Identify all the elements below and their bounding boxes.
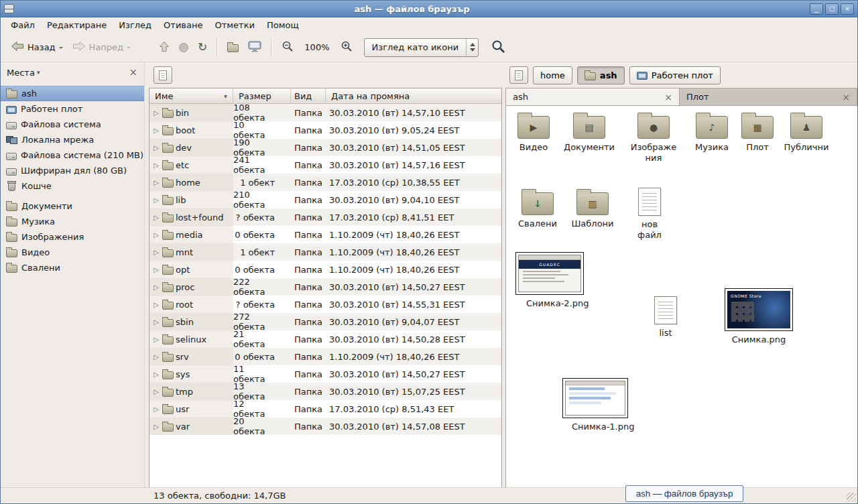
- table-row[interactable]: ▷tmp13 обектаПапка30.03.2010 (вт) 15,07,…: [149, 383, 501, 400]
- expander-icon[interactable]: ▷: [152, 127, 160, 134]
- close-button[interactable]: ×: [841, 3, 854, 15]
- column-header-name[interactable]: Име▾: [149, 88, 233, 103]
- expander-icon[interactable]: ▷: [152, 196, 160, 204]
- view-mode-spinner[interactable]: [466, 39, 478, 56]
- menu-item-view[interactable]: Изглед: [113, 19, 158, 32]
- sidebar-title[interactable]: Места: [7, 68, 35, 78]
- titlebar[interactable]: ash — файлов браузър _ □ ×: [1, 1, 857, 17]
- tab-close-icon[interactable]: ×: [664, 92, 672, 102]
- menu-item-help[interactable]: Помощ: [261, 19, 305, 32]
- expander-icon[interactable]: ▷: [152, 249, 160, 256]
- expander-icon[interactable]: ▷: [152, 405, 160, 413]
- reload-button[interactable]: ↻: [193, 38, 212, 56]
- menu-item-file[interactable]: Файл: [5, 19, 41, 32]
- sidebar-item-trash[interactable]: Кошче: [1, 178, 144, 194]
- icon-item-downloads[interactable]: ↓ Свалени: [515, 188, 560, 229]
- table-row[interactable]: ▷usr12 обектаПапка17.03.2010 (ср) 8,51,4…: [149, 400, 501, 418]
- zoom-out-button[interactable]: [277, 37, 298, 58]
- home-button[interactable]: [223, 39, 243, 56]
- view-mode-select[interactable]: Изглед като икони: [364, 38, 479, 57]
- expander-icon[interactable]: ▷: [152, 266, 160, 273]
- path-button-desktop[interactable]: Работен плот: [629, 66, 721, 84]
- icon-item-list[interactable]: list: [648, 296, 683, 338]
- table-row[interactable]: ▷sys11 обектаПапка30.03.2010 (вт) 14,50,…: [149, 365, 501, 383]
- expander-icon[interactable]: ▷: [152, 353, 160, 361]
- table-row[interactable]: ▷var20 обектаПапка30.03.2010 (вт) 14,57,…: [149, 418, 501, 435]
- table-row[interactable]: ▷selinux21 обектаПапка30.03.2010 (вт) 14…: [149, 330, 501, 348]
- icon-item-desktop-folder[interactable]: ▦ Плот: [739, 111, 776, 153]
- stop-button[interactable]: [174, 40, 193, 56]
- table-row[interactable]: ▷lib210 обектаПапка30.03.2010 (вт) 9,04,…: [149, 191, 501, 208]
- expander-icon[interactable]: ▷: [152, 144, 160, 151]
- tab-ash[interactable]: ash ×: [505, 88, 680, 105]
- expander-icon[interactable]: ▷: [152, 284, 160, 291]
- search-button[interactable]: [487, 36, 510, 59]
- sidebar-item-downloads[interactable]: Свалени: [1, 260, 144, 275]
- table-row[interactable]: ▷home1 обектПапка17.03.2010 (ср) 10,38,5…: [149, 174, 501, 191]
- table-row[interactable]: ▷dev190 обектаПапка30.03.2010 (вт) 14,51…: [149, 139, 501, 156]
- sidebar-item-documents[interactable]: Документи: [1, 198, 144, 214]
- icon-item-documents[interactable]: ▤ Документи: [562, 111, 616, 153]
- expander-icon[interactable]: ▷: [152, 214, 160, 221]
- expander-icon[interactable]: ▷: [152, 388, 160, 395]
- chevron-down-icon[interactable]: ▾: [37, 69, 40, 76]
- zoom-in-button[interactable]: [336, 37, 357, 58]
- icon-item-videos[interactable]: ▶ Видео: [511, 111, 556, 153]
- expander-icon[interactable]: ▷: [152, 162, 160, 169]
- menu-item-go[interactable]: Отиване: [158, 19, 208, 32]
- menu-item-bookmarks[interactable]: Отметки: [208, 19, 260, 32]
- minimize-button[interactable]: _: [810, 3, 823, 15]
- maximize-button[interactable]: □: [825, 3, 839, 15]
- column-header-type[interactable]: Вид: [291, 88, 326, 103]
- resize-grip[interactable]: [847, 493, 856, 502]
- table-row[interactable]: ▷media0 обектаПапка1.10.2009 (чт) 18,40,…: [149, 226, 501, 243]
- table-row[interactable]: ▷sbin272 обектаПапка30.03.2010 (вт) 9,04…: [149, 313, 501, 330]
- sidebar-item-pictures[interactable]: Изображения: [1, 229, 144, 245]
- sidebar-close-icon[interactable]: ×: [129, 68, 137, 78]
- expander-icon[interactable]: ▷: [152, 179, 160, 186]
- icon-item-snimka2[interactable]: GUADEC Снимка-2.png: [515, 252, 585, 309]
- table-row[interactable]: ▷lost+found? обектаПапка17.03.2010 (ср) …: [149, 208, 501, 226]
- sidebar-item-filesystem[interactable]: Файлова система: [1, 117, 144, 132]
- sidebar-item-filesystem-210mb[interactable]: Файлова система (210 MB): [1, 147, 144, 163]
- table-row[interactable]: ▷opt0 обектаПапка1.10.2009 (чт) 18,40,26…: [149, 261, 501, 278]
- table-row[interactable]: ▷boot10 обектаПапка30.03.2010 (вт) 9,05,…: [149, 121, 501, 139]
- sidebar-item-desktop[interactable]: Работен плот: [1, 101, 144, 117]
- expander-icon[interactable]: ▷: [152, 109, 160, 117]
- sidebar-item-music[interactable]: Музика: [1, 214, 144, 229]
- icon-item-snimka[interactable]: GNOME Store Снимка.png: [724, 288, 794, 345]
- sidebar-item-encrypted-80gb[interactable]: Шифриран дял (80 GB): [1, 163, 144, 178]
- icon-item-snimka1[interactable]: Снимка-1.png: [560, 378, 630, 432]
- expander-icon[interactable]: ▷: [152, 231, 160, 239]
- up-button[interactable]: [154, 38, 174, 58]
- expander-icon[interactable]: ▷: [152, 301, 160, 308]
- tab-close-icon[interactable]: ×: [842, 92, 850, 102]
- column-header-size[interactable]: Размер: [233, 88, 291, 103]
- expander-icon[interactable]: ▷: [152, 318, 160, 326]
- expander-icon[interactable]: ▷: [152, 336, 160, 343]
- expander-icon[interactable]: ▷: [152, 371, 160, 378]
- menu-item-edit[interactable]: Редактиране: [41, 19, 113, 32]
- tab-desktop[interactable]: Плот ×: [680, 88, 857, 105]
- icon-item-templates[interactable]: ▥ Шаблони: [570, 188, 615, 229]
- back-button[interactable]: Назад: [6, 38, 68, 57]
- path-button-ash[interactable]: ash: [577, 66, 625, 84]
- icon-item-public[interactable]: ♟ Публични: [782, 111, 831, 153]
- expander-icon[interactable]: ▷: [152, 423, 160, 430]
- table-row[interactable]: ▷root? обектаПапка30.03.2010 (вт) 14,55,…: [149, 296, 501, 313]
- sidebar-item-videos[interactable]: Видео: [1, 245, 144, 260]
- table-row[interactable]: ▷bin108 обектаПапка30.03.2010 (вт) 14,57…: [149, 104, 501, 121]
- table-row[interactable]: ▷mnt1 обектПапка1.10.2009 (чт) 18,40,26 …: [149, 243, 501, 261]
- path-button-home[interactable]: home: [533, 66, 572, 84]
- computer-button[interactable]: [243, 38, 266, 58]
- icon-item-pictures[interactable]: ● Изображения: [627, 111, 680, 164]
- sidebar-item-network[interactable]: Локална мрежа: [1, 132, 144, 147]
- tree-panel-button[interactable]: [154, 66, 172, 84]
- table-row[interactable]: ▷etc241 обектаПапка30.03.2010 (вт) 14,57…: [149, 156, 501, 174]
- column-header-modified[interactable]: Дата на промяна: [326, 88, 501, 103]
- forward-button[interactable]: Напред: [68, 38, 135, 57]
- pathbar-scroll-button[interactable]: [509, 66, 528, 84]
- icon-item-music[interactable]: ♪ Музика: [691, 111, 733, 153]
- table-row[interactable]: ▷proc222 обектаПапка30.03.2010 (вт) 14,5…: [149, 278, 501, 296]
- table-row[interactable]: ▷srv0 обектаПапка1.10.2009 (чт) 18,40,26…: [149, 348, 501, 365]
